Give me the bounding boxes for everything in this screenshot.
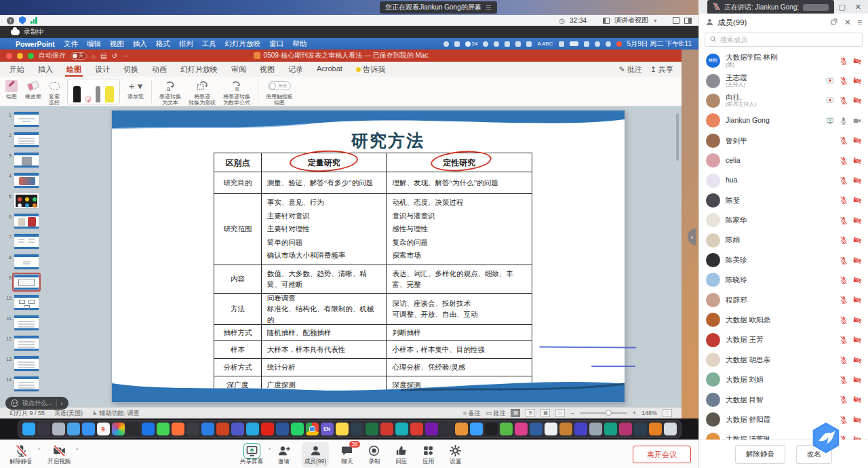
slide-thumbnail-1[interactable] — [14, 111, 39, 128]
cam-off-icon[interactable] — [853, 77, 861, 85]
slide-thumbnail-9[interactable] — [14, 274, 39, 290]
ribbon-tab-插入[interactable]: 插入 — [31, 62, 60, 77]
language-indicator[interactable]: 英语(美国) — [54, 409, 83, 418]
ink-to-text-tool[interactable]: a墨迹转换 为文本 — [159, 79, 181, 106]
more-icon[interactable]: ⋯ — [122, 52, 129, 60]
ribbon-tab-幻灯片放映[interactable]: 幻灯片放映 — [174, 62, 224, 77]
participant-row[interactable]: 大数据 胡思亲 — [699, 350, 868, 370]
black-pen[interactable] — [73, 86, 81, 102]
participant-row[interactable]: 大数据 刘娟 — [699, 370, 868, 389]
close-button[interactable]: ✕ — [855, 3, 861, 11]
toolbar-gear[interactable]: 设置 — [446, 442, 465, 467]
music-app-dock-icon[interactable] — [410, 423, 423, 435]
participant-row[interactable]: Jiankun Gong — [699, 111, 868, 130]
share-icon[interactable] — [826, 117, 834, 125]
minimize-traffic-light[interactable] — [17, 53, 23, 59]
slide-thumbnail-14[interactable] — [14, 376, 39, 392]
utility-app-dock-icon[interactable] — [440, 423, 453, 435]
participant-row[interactable]: 大数据 目智 — [699, 390, 868, 410]
ribbon-tab-动画[interactable]: 动画 — [145, 62, 174, 77]
brown-app-dock-icon[interactable] — [559, 423, 572, 435]
undo-icon[interactable]: ↺ — [112, 52, 117, 60]
slide-thumbnail-8[interactable] — [14, 254, 39, 270]
cam-off-icon[interactable] — [853, 376, 861, 384]
stickies-dock-icon[interactable] — [336, 423, 349, 435]
mac-menu-item[interactable]: 视图 — [110, 39, 124, 49]
cam-off-icon[interactable] — [853, 157, 861, 165]
cam-off-icon[interactable] — [853, 296, 861, 304]
chrome-dock-icon[interactable] — [306, 423, 319, 435]
gray-pencil[interactable] — [96, 86, 100, 102]
participant-row[interactable]: 陈家华 — [699, 210, 868, 230]
magenta-app-dock-icon[interactable] — [619, 423, 632, 435]
gray-app-dock-icon[interactable] — [589, 423, 602, 435]
slate-app-dock-icon[interactable] — [634, 423, 647, 435]
mac-menu-item[interactable]: 编辑 — [87, 39, 101, 49]
mic-muted-icon[interactable] — [840, 296, 848, 304]
terminal-dock-icon[interactable] — [485, 423, 498, 435]
slide-thumbnail-2[interactable] — [14, 132, 39, 148]
security-shield-icon[interactable] — [19, 16, 26, 24]
whatsapp-dock-icon[interactable] — [291, 423, 304, 435]
ribbon-tab-Acrobat[interactable]: Acrobat — [310, 62, 349, 77]
mic-muted-icon[interactable] — [840, 196, 848, 204]
teal-app-dock-icon[interactable] — [604, 423, 617, 435]
pink-app-dock-icon[interactable] — [515, 423, 528, 435]
toolbar-reaction[interactable]: 回应 — [392, 442, 410, 467]
share-button[interactable]: ↥ 共享 — [650, 64, 673, 75]
mac-menu-item[interactable]: 格式 — [156, 39, 170, 49]
autosave-toggle[interactable]: 关 — [71, 52, 87, 60]
mic-muted-icon[interactable] — [840, 236, 848, 244]
finder-dock-icon[interactable] — [22, 423, 35, 435]
cam-off-icon[interactable] — [853, 176, 861, 184]
lasso-tool[interactable]: 套索 选择 — [49, 79, 60, 106]
orange-app-dock-icon[interactable] — [455, 423, 468, 435]
participant-row[interactable]: 向往.(联席主持人) — [699, 91, 868, 111]
comments-statusbar-button[interactable]: ▭ 批注 — [486, 409, 505, 418]
eraser-tool[interactable]: 橡皮擦 — [25, 79, 41, 100]
font-book-dock-icon[interactable] — [186, 423, 199, 435]
trackpad-draw-toggle[interactable]: 关闭 使用触控板 绘图 — [266, 79, 293, 106]
sorter-view-button[interactable]: ⊞ — [526, 409, 535, 417]
toolbar-mic-muted[interactable]: 解除静音⌃ — [7, 442, 35, 467]
layout-icon[interactable] — [684, 18, 692, 24]
volume-icon[interactable] — [526, 41, 532, 47]
trash-dock-icon[interactable] — [664, 423, 677, 435]
wifi-icon[interactable] — [584, 41, 589, 47]
slide-thumbnail-4[interactable] — [14, 172, 39, 189]
close-traffic-light[interactable] — [6, 53, 12, 59]
preview-dock-icon[interactable] — [67, 423, 80, 435]
toolbar-invite[interactable]: 邀请 — [275, 442, 293, 467]
participant-row[interactable]: hua — [699, 170, 868, 190]
panel-menu-icon[interactable]: ≡ — [857, 18, 862, 27]
search-icon[interactable] — [595, 41, 600, 47]
teams-dock-icon[interactable] — [231, 423, 244, 435]
view-mode-caret-icon[interactable]: ▼ — [653, 18, 658, 23]
leave-meeting-button[interactable]: 离开会议 — [633, 446, 691, 463]
slide-thumbnail-5[interactable] — [14, 193, 39, 209]
safari-dock-icon[interactable] — [82, 423, 95, 435]
mac-menu-item[interactable]: 文件 — [64, 39, 78, 49]
cam-off-icon[interactable] — [853, 276, 861, 284]
slide-thumbnail-7[interactable] — [14, 233, 39, 250]
mic-muted-icon[interactable] — [840, 57, 848, 65]
zoom-in-icon[interactable]: + — [633, 410, 636, 416]
ribbon-tab-记录[interactable]: 记录 — [281, 62, 310, 77]
mac-menu-item[interactable]: 窗口 — [269, 39, 283, 49]
navy-app-dock-icon[interactable] — [530, 423, 542, 435]
participant-row[interactable]: 王志霞(主持人) — [699, 71, 868, 90]
user-icon[interactable] — [606, 41, 611, 47]
banner-menu-icon[interactable]: ☰ — [486, 4, 492, 12]
mic-muted-icon[interactable] — [840, 157, 848, 165]
cloud-app-dock-icon[interactable] — [470, 423, 483, 435]
mac-menu-item[interactable]: 帮助 — [292, 39, 307, 49]
red-pen-selected[interactable]: ✓ — [85, 96, 91, 102]
mic-muted-icon[interactable] — [840, 256, 848, 265]
zoom-slider[interactable] — [580, 412, 627, 414]
purple-app-dock-icon[interactable] — [574, 423, 587, 435]
mac-menu-item[interactable]: 排列 — [179, 39, 193, 49]
rec-icon[interactable] — [826, 96, 834, 104]
rec-icon[interactable] — [826, 77, 834, 85]
blue-browser-dock-icon[interactable] — [201, 423, 214, 435]
orange2-app-dock-icon[interactable] — [649, 423, 662, 435]
